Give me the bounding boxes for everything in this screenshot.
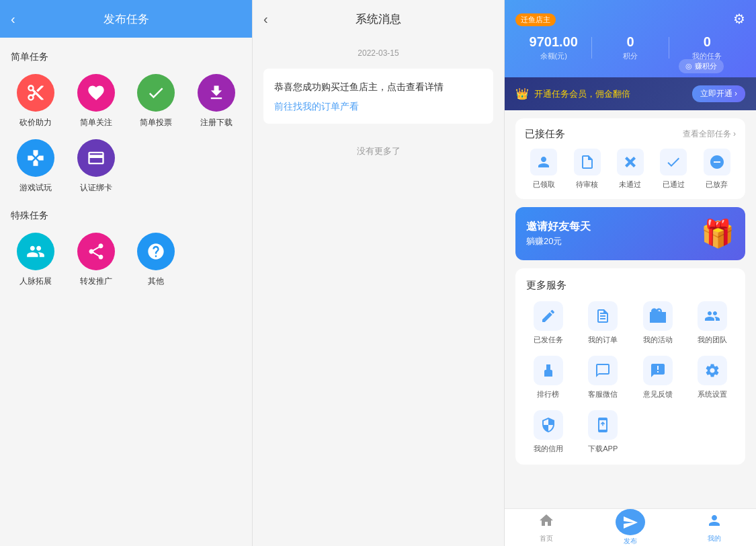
service-my-activities[interactable]: 我的活动 (636, 301, 680, 345)
feedback-icon (643, 356, 673, 385)
invite-title: 邀请好友每天 (526, 220, 591, 234)
my-orders-icon (588, 301, 618, 331)
invite-subtitle: 躺赚20元 (526, 235, 591, 247)
task-abandoned[interactable]: 已放弃 (698, 149, 736, 190)
task-vote[interactable]: 简单投票 (132, 74, 181, 128)
my-activities-icon (643, 301, 673, 331)
crown-icon: 👑 (515, 87, 529, 100)
vip-open-button[interactable]: 立即开通 › (692, 85, 745, 102)
customer-wechat-icon (588, 356, 618, 385)
vip-left: 👑 开通任务会员，佣金翻倍 (515, 87, 630, 100)
task-bind-card[interactable]: 认证绑卡 (71, 139, 121, 194)
system-settings-icon (698, 356, 727, 385)
bind-card-label: 认证绑卡 (80, 182, 112, 194)
points-label: 赚积分 (695, 61, 717, 71)
nav-mine[interactable]: 我的 (672, 509, 756, 546)
abandoned-label: 已放弃 (706, 180, 728, 190)
vote-icon (137, 74, 175, 112)
service-my-orders[interactable]: 我的订单 (581, 301, 626, 345)
messages-back-icon[interactable]: ‹ (263, 11, 268, 27)
services-grid: 已发任务 我的订单 我的活动 (526, 301, 734, 454)
pending-label: 待审核 (576, 180, 598, 190)
invite-icon: 🎁 (701, 218, 734, 249)
points-button[interactable]: ◎ 赚积分 (679, 59, 724, 73)
back-arrow-icon[interactable]: ‹ (11, 11, 15, 27)
other-icon (137, 233, 175, 270)
publish-nav-label: 发布 (624, 537, 637, 546)
network-label: 人脉拓展 (19, 276, 52, 287)
task-pending[interactable]: 待审核 (568, 149, 605, 190)
received-label: 已领取 (533, 180, 555, 190)
service-published-tasks[interactable]: 已发任务 (526, 301, 571, 345)
other-label: 其他 (148, 276, 164, 287)
follow-icon (77, 74, 115, 112)
invite-banner[interactable]: 邀请好友每天 躺赚20元 🎁 (515, 207, 745, 260)
publish-nav-btn[interactable] (616, 509, 645, 535)
mine-nav-icon (706, 512, 722, 533)
task-other[interactable]: 其他 (132, 233, 181, 287)
tasks-value: 0 (669, 34, 745, 50)
task-register[interactable]: 注册下载 (192, 74, 241, 128)
vote-label: 简单投票 (140, 117, 172, 128)
rejected-icon (617, 149, 644, 176)
network-icon (17, 233, 54, 270)
messages-panel: ‹ 系统消息 2022-03-15 恭喜您成功购买迁鱼店主，点击查看详情 前往找… (252, 0, 504, 546)
service-system-settings[interactable]: 系统设置 (691, 356, 735, 399)
store-badge: 迁鱼店主 (515, 13, 556, 26)
received-icon (530, 149, 557, 176)
stat-my-tasks: 0 我的任务 (669, 34, 745, 61)
points-value: 0 (592, 34, 668, 50)
task-game[interactable]: 游戏试玩 (11, 139, 60, 194)
special-tasks-grid: 人脉拓展 转发推广 其他 (11, 233, 241, 287)
pending-icon (574, 149, 601, 176)
download-app-icon (588, 410, 618, 440)
task-share[interactable]: 转发推广 (71, 233, 121, 287)
nav-publish[interactable]: 发布 (589, 509, 673, 546)
publish-header: ‹ 发布任务 (0, 0, 252, 38)
nav-home[interactable]: 首页 (505, 509, 589, 546)
special-tasks-label: 特殊任务 (11, 210, 241, 222)
service-rank[interactable]: 排行榜 (526, 356, 571, 399)
message-link[interactable]: 前往找我的订单产看 (274, 101, 482, 113)
publish-content: 简单任务 砍价助力 简单关注 简单投票 (0, 38, 252, 546)
feedback-label: 意见反馈 (643, 389, 673, 399)
accepted-tasks-grid: 已领取 待审核 未通过 (525, 149, 736, 190)
more-services-title: 更多服务 (526, 279, 734, 292)
service-my-credit[interactable]: 我的信用 (526, 410, 571, 454)
stat-points: 0 积分 (592, 34, 668, 61)
passed-icon (660, 149, 687, 176)
task-follow[interactable]: 简单关注 (71, 74, 121, 128)
register-icon (198, 74, 235, 112)
accepted-tasks-header: 已接任务 查看全部任务 › (525, 128, 736, 141)
bottom-nav: 首页 发布 我的 (505, 508, 756, 546)
download-app-label: 下载APP (588, 444, 618, 454)
mine-header: ⚙ 迁鱼店主 ◎ 赚积分 9701.00 余额(元) 0 积分 0 我的任务 (505, 0, 756, 77)
messages-title: 系统消息 (355, 11, 401, 27)
service-customer-wechat[interactable]: 客服微信 (581, 356, 626, 399)
my-credit-icon (534, 410, 563, 440)
task-network[interactable]: 人脉拓展 (11, 233, 60, 287)
task-rejected[interactable]: 未通过 (612, 149, 649, 190)
settings-icon[interactable]: ⚙ (733, 11, 745, 27)
balance-value: 9701.00 (515, 34, 591, 50)
service-my-team[interactable]: 我的团队 (691, 301, 735, 345)
balance-label: 余额(元) (515, 51, 591, 61)
simple-tasks-label: 简单任务 (11, 51, 241, 63)
no-more-text: 没有更多了 (263, 132, 493, 171)
invite-text: 邀请好友每天 躺赚20元 (526, 220, 591, 247)
customer-wechat-label: 客服微信 (588, 389, 618, 399)
abandoned-icon (704, 149, 730, 176)
task-received[interactable]: 已领取 (525, 149, 562, 190)
view-all-tasks-link[interactable]: 查看全部任务 › (683, 128, 736, 140)
share-label: 转发推广 (80, 276, 112, 287)
register-label: 注册下载 (200, 117, 233, 128)
service-download-app[interactable]: 下载APP (581, 410, 626, 454)
mine-content: 已接任务 查看全部任务 › 已领取 待审核 (505, 110, 756, 508)
my-activities-label: 我的活动 (643, 335, 673, 345)
my-orders-label: 我的订单 (588, 335, 618, 345)
accepted-tasks-card: 已接任务 查看全部任务 › 已领取 待审核 (515, 118, 745, 199)
task-cut-price[interactable]: 砍价助力 (11, 74, 60, 128)
service-feedback[interactable]: 意见反馈 (636, 356, 680, 399)
task-passed[interactable]: 已通过 (655, 149, 692, 190)
messages-header: ‹ 系统消息 (253, 0, 504, 38)
